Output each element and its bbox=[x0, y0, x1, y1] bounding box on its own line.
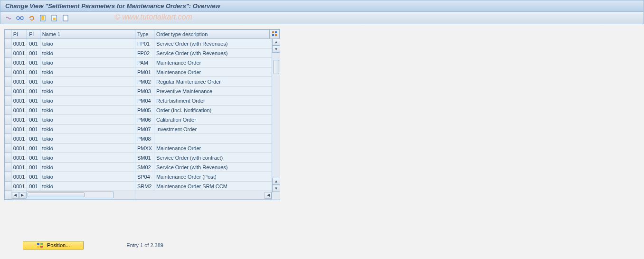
cell-type[interactable]: PM07 bbox=[135, 125, 154, 134]
cell-desc[interactable]: Investment Order bbox=[154, 125, 280, 134]
cell-name[interactable]: tokio bbox=[40, 77, 135, 86]
cell-name[interactable]: tokio bbox=[40, 172, 135, 182]
cell-pi[interactable]: 0001 bbox=[11, 39, 27, 48]
hscroll-right-icon[interactable]: ▶ bbox=[19, 192, 26, 199]
cell-desc[interactable]: Service Order (with contract) bbox=[154, 153, 280, 163]
cell-pl[interactable]: 001 bbox=[27, 39, 40, 48]
cell-pi[interactable]: 0001 bbox=[11, 48, 27, 58]
row-selector[interactable] bbox=[5, 106, 11, 115]
cell-type[interactable]: PM02 bbox=[135, 77, 154, 86]
cell-type[interactable]: SM01 bbox=[135, 153, 154, 163]
cell-desc[interactable]: Maintenance Order (Post) bbox=[154, 172, 280, 182]
select-all-icon[interactable] bbox=[38, 14, 47, 22]
cell-pl[interactable]: 001 bbox=[27, 134, 40, 144]
cell-type[interactable]: PM08 bbox=[135, 134, 154, 144]
select-block-icon[interactable] bbox=[50, 14, 58, 22]
cell-pi[interactable]: 0001 bbox=[11, 153, 27, 163]
cell-type[interactable]: PM03 bbox=[135, 86, 154, 96]
cell-pl[interactable]: 001 bbox=[27, 172, 40, 182]
vscroll-thumb[interactable] bbox=[273, 60, 279, 74]
position-button[interactable]: Position... bbox=[23, 241, 84, 249]
table-row[interactable]: 0001001tokioSM01Service Order (with cont… bbox=[5, 153, 280, 163]
table-row[interactable]: 0001001tokioPM01Maintenance Order bbox=[5, 67, 280, 77]
row-selector[interactable] bbox=[5, 153, 11, 163]
cell-pi[interactable]: 0001 bbox=[11, 125, 27, 134]
cell-name[interactable]: tokio bbox=[40, 115, 135, 125]
cell-type[interactable]: PMXX bbox=[135, 144, 154, 153]
table-row[interactable]: 0001001tokioPM08 bbox=[5, 134, 280, 144]
cell-pi[interactable]: 0001 bbox=[11, 77, 27, 86]
other-view-icon[interactable] bbox=[4, 14, 13, 22]
cell-pl[interactable]: 001 bbox=[27, 182, 40, 191]
cell-pi[interactable]: 0001 bbox=[11, 172, 27, 182]
select-all-header[interactable] bbox=[5, 30, 11, 39]
cell-desc[interactable] bbox=[154, 134, 280, 144]
row-selector[interactable] bbox=[5, 48, 11, 58]
row-selector[interactable] bbox=[5, 39, 11, 48]
cell-type[interactable]: PAM bbox=[135, 58, 154, 67]
cell-pi[interactable]: 0001 bbox=[11, 58, 27, 67]
cell-desc[interactable]: Order (Incl. Notification) bbox=[154, 106, 280, 115]
row-selector[interactable] bbox=[5, 172, 11, 182]
cell-pl[interactable]: 001 bbox=[27, 106, 40, 115]
configure-columns-icon[interactable] bbox=[269, 30, 279, 39]
vscroll-down-icon[interactable]: ▼ bbox=[272, 185, 280, 192]
cell-name[interactable]: tokio bbox=[40, 182, 135, 191]
cell-desc[interactable]: Maintenance Order SRM CCM bbox=[154, 182, 280, 191]
cell-pi[interactable]: 0001 bbox=[11, 134, 27, 144]
undo-icon[interactable] bbox=[27, 14, 36, 22]
cell-type[interactable]: SRM2 bbox=[135, 182, 154, 191]
hscroll-track-left[interactable] bbox=[26, 192, 114, 198]
table-row[interactable]: 0001001tokioPAMMaintenance Order bbox=[5, 58, 280, 67]
col-header-pl[interactable]: Pl bbox=[27, 30, 40, 39]
cell-pl[interactable]: 001 bbox=[27, 77, 40, 86]
cell-pl[interactable]: 001 bbox=[27, 115, 40, 125]
vscroll-up2-icon[interactable]: ▼ bbox=[272, 46, 280, 53]
cell-type[interactable]: FP01 bbox=[135, 39, 154, 48]
cell-type[interactable]: PM04 bbox=[135, 96, 154, 106]
table-row[interactable]: 0001001tokioSRM2Maintenance Order SRM CC… bbox=[5, 182, 280, 191]
table-row[interactable]: 0001001tokioSP04Maintenance Order (Post) bbox=[5, 172, 280, 182]
cell-desc[interactable]: Service Order (with Revenues) bbox=[154, 163, 280, 172]
cell-type[interactable]: PM01 bbox=[135, 67, 154, 77]
cell-pl[interactable]: 001 bbox=[27, 144, 40, 153]
col-header-type[interactable]: Type bbox=[135, 30, 154, 39]
cell-pi[interactable]: 0001 bbox=[11, 106, 27, 115]
cell-pi[interactable]: 0001 bbox=[11, 163, 27, 172]
cell-desc[interactable]: Refurbishment Order bbox=[154, 96, 280, 106]
cell-pi[interactable]: 0001 bbox=[11, 86, 27, 96]
cell-desc[interactable]: Preventive Maintenance bbox=[154, 86, 280, 96]
table-row[interactable]: 0001001tokioPM02Regular Maintenance Orde… bbox=[5, 77, 280, 86]
cell-name[interactable]: tokio bbox=[40, 39, 135, 48]
vscroll-bar[interactable]: ▲ ▼ ▲ ▼ bbox=[272, 38, 280, 200]
cell-desc[interactable]: Service Order (with Revenues) bbox=[154, 39, 280, 48]
table-row[interactable]: 0001001tokioPM05Order (Incl. Notificatio… bbox=[5, 106, 280, 115]
cell-pl[interactable]: 001 bbox=[27, 58, 40, 67]
cell-name[interactable]: tokio bbox=[40, 48, 135, 58]
cell-pl[interactable]: 001 bbox=[27, 86, 40, 96]
cell-pl[interactable]: 001 bbox=[27, 67, 40, 77]
cell-pl[interactable]: 001 bbox=[27, 153, 40, 163]
row-selector[interactable] bbox=[5, 96, 11, 106]
cell-pl[interactable]: 001 bbox=[27, 163, 40, 172]
cell-name[interactable]: tokio bbox=[40, 144, 135, 153]
row-selector[interactable] bbox=[5, 58, 11, 67]
col-header-name[interactable]: Name 1 bbox=[40, 30, 135, 39]
row-selector[interactable] bbox=[5, 125, 11, 134]
cell-pi[interactable]: 0001 bbox=[11, 67, 27, 77]
cell-desc[interactable]: Service Order (with Revenues) bbox=[154, 48, 280, 58]
col-header-desc[interactable]: Order type description bbox=[154, 30, 270, 39]
vscroll-down2-icon[interactable]: ▲ bbox=[272, 178, 280, 185]
cell-type[interactable]: PM06 bbox=[135, 115, 154, 125]
table-row[interactable]: 0001001tokioPMXXMaintenance Order bbox=[5, 144, 280, 153]
cell-pl[interactable]: 001 bbox=[27, 48, 40, 58]
hscroll2-left-icon[interactable]: ◀ bbox=[265, 192, 272, 199]
hscroll-thumb-left[interactable] bbox=[28, 192, 85, 197]
row-selector[interactable] bbox=[5, 115, 11, 125]
table-row[interactable]: 0001001tokioFP01Service Order (with Reve… bbox=[5, 39, 280, 48]
table-row[interactable]: 0001001tokioFP02Service Order (with Reve… bbox=[5, 48, 280, 58]
row-selector[interactable] bbox=[5, 163, 11, 172]
table-row[interactable]: 0001001tokioPM06Calibration Order bbox=[5, 115, 280, 125]
row-selector[interactable] bbox=[5, 134, 11, 144]
row-selector[interactable] bbox=[5, 86, 11, 96]
